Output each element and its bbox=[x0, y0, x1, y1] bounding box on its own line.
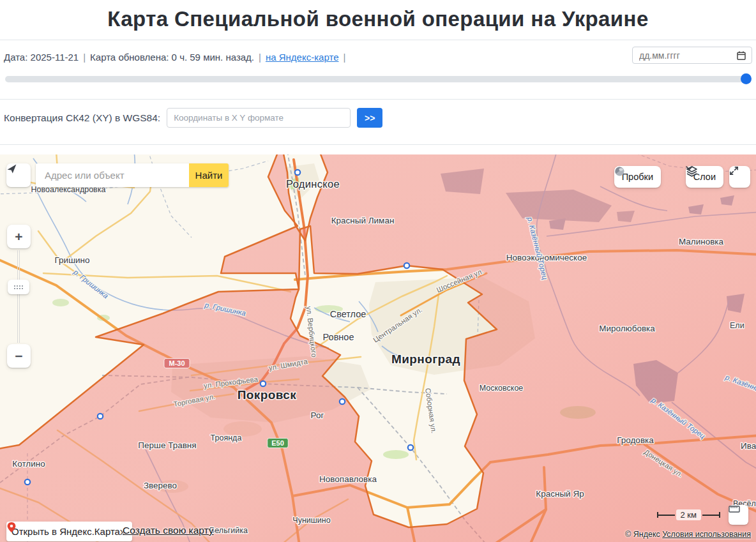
geolocation-button[interactable] bbox=[6, 163, 31, 187]
coordinate-converter: Конвертация СК42 (XY) в WGS84: >> bbox=[4, 100, 752, 136]
open-in-yandex-button[interactable]: Открыть в Яндекс.Картах bbox=[6, 522, 132, 541]
map-label: Миролюбовка bbox=[599, 324, 655, 333]
scale-bar bbox=[658, 515, 675, 516]
page-title: Карта Специальной военной операции на Ук… bbox=[0, 7, 756, 31]
traffic-label: Пробки bbox=[622, 172, 653, 182]
zoom-slider-handle[interactable] bbox=[8, 280, 29, 294]
map-label: Гродовка bbox=[617, 435, 654, 445]
converter-label: Конвертация СК42 (XY) в WGS84: bbox=[4, 112, 160, 124]
map-marker[interactable] bbox=[261, 381, 266, 386]
divider bbox=[0, 144, 756, 145]
updated-label: Карта обновлена: 0 ч. 59 мин. назад. bbox=[90, 52, 254, 63]
convert-button[interactable]: >> bbox=[357, 108, 382, 128]
map-pin-icon bbox=[6, 522, 17, 533]
date-picker[interactable] bbox=[632, 47, 752, 64]
ruler-icon bbox=[729, 505, 740, 513]
map-label: Ели bbox=[730, 321, 745, 330]
map-label: Гришино bbox=[55, 255, 90, 265]
create-map-link[interactable]: Создать свою карту bbox=[123, 525, 214, 536]
open-in-yandex-label: Открыть в Яндекс.Картах bbox=[11, 526, 125, 537]
map-label: Чунишино bbox=[292, 516, 330, 525]
map-label: Новоэкономическое bbox=[506, 253, 587, 262]
expand-icon bbox=[729, 166, 739, 176]
zoom-slider-track[interactable] bbox=[17, 250, 20, 343]
map-label: Новопавловка bbox=[319, 474, 377, 484]
ruler-button[interactable] bbox=[729, 505, 748, 525]
copyright-label: © Яндекс bbox=[625, 530, 660, 539]
map-label: Красный Яр bbox=[536, 489, 584, 499]
map-label: Троянда bbox=[211, 433, 242, 442]
map-label: Малиновка bbox=[679, 237, 724, 246]
map-label: Ива bbox=[741, 441, 756, 451]
zoom-in-button[interactable]: + bbox=[7, 225, 31, 248]
layers-button[interactable]: Слои bbox=[686, 166, 723, 188]
traffic-button[interactable]: Пробки bbox=[614, 166, 661, 188]
find-button[interactable]: Найти bbox=[189, 163, 229, 187]
scale-tick bbox=[719, 512, 720, 518]
date-label: Дата: 2025-11-21 bbox=[4, 52, 79, 63]
map-marker[interactable] bbox=[295, 170, 300, 175]
map-graphics: М-30Е50 НовоалександровкаРодинскоеКрасны… bbox=[0, 154, 756, 542]
divider bbox=[0, 40, 756, 40]
chevron-down-icon bbox=[686, 166, 693, 170]
scale-bar bbox=[702, 515, 719, 516]
terms-link[interactable]: Условия использования bbox=[662, 530, 751, 539]
map-label: Красный Лиман bbox=[331, 216, 395, 225]
drag-dots-icon bbox=[13, 285, 24, 289]
search-input[interactable] bbox=[36, 163, 189, 187]
map-label: Покровск bbox=[238, 388, 297, 402]
map-label: Московское bbox=[480, 384, 524, 393]
map-marker[interactable] bbox=[404, 263, 409, 268]
map-label: Котлино bbox=[12, 459, 45, 469]
map-label: Мирноград bbox=[391, 352, 460, 366]
map-canvas[interactable]: М-30Е50 НовоалександровкаРодинскоеКрасны… bbox=[0, 154, 756, 542]
svg-text:М-30: М-30 bbox=[169, 359, 185, 367]
map-search[interactable]: Найти bbox=[36, 163, 229, 187]
map-label: Рог bbox=[311, 410, 324, 420]
svg-text:Е50: Е50 bbox=[271, 439, 284, 447]
date-timeline-slider[interactable] bbox=[5, 76, 751, 82]
separator: | bbox=[259, 52, 261, 63]
page: Карта Специальной военной операции на Ук… bbox=[0, 7, 756, 542]
map-label: Родинское bbox=[286, 178, 340, 190]
map-marker[interactable] bbox=[340, 399, 345, 404]
slider-handle[interactable] bbox=[741, 73, 752, 84]
map-marker[interactable] bbox=[25, 479, 30, 485]
location-arrow-icon bbox=[6, 163, 17, 174]
map-label: Зверево bbox=[144, 481, 177, 490]
map-label: Ровное bbox=[323, 332, 354, 342]
map-marker[interactable] bbox=[98, 414, 103, 419]
map-marker[interactable] bbox=[408, 445, 413, 450]
map-scale: 2 км bbox=[657, 509, 720, 520]
map-label: Светлое bbox=[330, 309, 367, 319]
map-copyright: © Яндекс Условия использования bbox=[625, 530, 751, 539]
calendar-icon[interactable] bbox=[736, 50, 746, 61]
date-input[interactable] bbox=[638, 50, 736, 61]
separator: | bbox=[83, 52, 86, 63]
map-label: Бельгийка bbox=[209, 526, 248, 535]
road-badge: Е50 bbox=[268, 439, 289, 448]
map-label: Перше Травня bbox=[138, 440, 196, 450]
fullscreen-button[interactable] bbox=[729, 166, 750, 188]
yandex-map-link[interactable]: на Яндекс-карте bbox=[266, 52, 339, 63]
zoom-out-button[interactable]: − bbox=[7, 344, 31, 368]
separator: | bbox=[343, 52, 345, 63]
traffic-icon bbox=[614, 166, 625, 177]
road-badge: М-30 bbox=[164, 359, 190, 368]
scale-label: 2 км bbox=[676, 509, 701, 520]
coordinates-input[interactable] bbox=[167, 108, 351, 128]
info-bar: Дата: 2025-11-21 | Карта обновлена: 0 ч.… bbox=[4, 48, 752, 66]
